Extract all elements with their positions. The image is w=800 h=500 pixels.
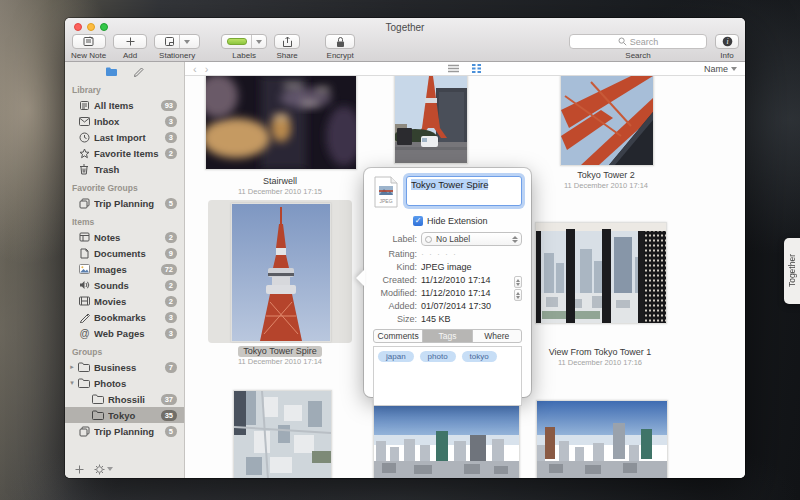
share-button[interactable]: Share — [274, 34, 300, 60]
section-header-items: Items — [65, 211, 184, 229]
sidebar-item-notes[interactable]: Notes 2 — [65, 229, 184, 245]
thumbnail-city-skyline-2[interactable] — [536, 400, 668, 478]
pencil-icon — [79, 312, 90, 323]
count-badge: 2 — [165, 280, 177, 291]
jpeg-file-icon: JPEG — [373, 176, 399, 208]
created-stepper[interactable] — [514, 276, 522, 288]
thumbnail-view-from-tokyo-tower-1[interactable] — [535, 222, 667, 324]
label-dropdown[interactable]: No Label — [421, 232, 522, 246]
back-button[interactable]: ‹ — [193, 64, 197, 74]
disclosure-collapsed-icon[interactable]: ▸ — [68, 363, 76, 371]
group-stack-icon — [79, 198, 90, 209]
app-window: Together New Note Add Stationery — [65, 18, 745, 478]
grid-view-icon[interactable] — [471, 64, 482, 73]
window-title: Together — [65, 18, 745, 33]
label-color-swatch — [227, 38, 247, 45]
tab-where[interactable]: Where — [472, 330, 521, 342]
sidebar-item-documents[interactable]: Documents 9 — [65, 245, 184, 261]
tag-pill[interactable]: photo — [420, 351, 456, 362]
stationery-button[interactable]: Stationery — [154, 34, 200, 60]
titlebar[interactable]: Together — [65, 18, 745, 33]
thumbnail-city-skyline-1[interactable] — [373, 400, 520, 478]
sidebar-item-photos[interactable]: ▾ Photos — [65, 375, 184, 391]
sidebar-item-business[interactable]: ▸ Business 7 — [65, 359, 184, 375]
count-badge: 9 — [165, 248, 177, 259]
list-view-icon[interactable] — [448, 64, 459, 73]
thumbnail-tokyo-tower-spire[interactable] — [231, 203, 331, 342]
sidebar-item-images[interactable]: Images 72 — [65, 261, 184, 277]
info-icon: i — [722, 36, 733, 47]
photo-tokyo-tower-2 — [561, 76, 653, 165]
folder-icon — [78, 378, 90, 388]
edit-pencil-icon[interactable] — [132, 66, 144, 77]
sidebar-item-all-items[interactable]: All Items 93 — [65, 97, 184, 113]
sidebar-item-last-import[interactable]: Last Import 3 — [65, 129, 184, 145]
chevron-down-icon — [731, 67, 737, 71]
sidebar-item-inbox[interactable]: Inbox 3 — [65, 113, 184, 129]
notes-icon — [79, 232, 90, 242]
all-items-icon — [79, 100, 90, 111]
tags-panel[interactable]: japan photo tokyo — [373, 346, 522, 406]
size-value: 145 KB — [421, 314, 451, 324]
add-group-icon[interactable] — [75, 465, 84, 474]
sort-dropdown[interactable]: Name — [704, 64, 737, 74]
filename-input[interactable]: Tokyo Tower Spire — [406, 176, 522, 206]
count-badge: 5 — [165, 426, 177, 437]
search-input[interactable]: Search — [569, 34, 707, 49]
close-button[interactable] — [74, 23, 82, 31]
folder-icon — [92, 410, 104, 420]
count-badge: 3 — [165, 116, 177, 127]
modified-stepper[interactable] — [514, 289, 522, 301]
info-button[interactable]: i Info — [715, 34, 739, 60]
sidebar-item-web-pages[interactable]: @ Web Pages 3 — [65, 325, 184, 341]
photo-tokyo-tower-street — [395, 76, 467, 163]
sidebar-item-rhossili[interactable]: Rhossili 37 — [65, 391, 184, 407]
speaker-icon — [79, 280, 90, 290]
folder-icon — [92, 394, 104, 404]
count-badge: 2 — [165, 296, 177, 307]
photo-tokyo-tower-spire — [232, 204, 330, 341]
folders-view-icon[interactable] — [105, 66, 118, 77]
sidebar-item-trash[interactable]: Trash — [65, 161, 184, 177]
encrypt-button[interactable]: Encrypt — [325, 34, 355, 60]
rating-control[interactable]: ····· — [421, 249, 461, 259]
sidebar-item-trip-planning-favorite[interactable]: Trip Planning 5 — [65, 195, 184, 211]
stationery-icon — [164, 36, 175, 47]
sidebar-item-favorite-items[interactable]: Favorite Items 2 — [65, 145, 184, 161]
chevron-down-icon — [256, 40, 262, 44]
gear-icon[interactable] — [94, 464, 105, 475]
add-button[interactable]: Add — [113, 34, 147, 60]
tag-pill[interactable]: japan — [378, 351, 414, 362]
film-icon — [79, 296, 90, 306]
modified-value: 11/12/2010 17:14 — [421, 288, 490, 298]
thumbnail-city-aerial[interactable] — [233, 390, 332, 478]
together-edge-tab[interactable]: Together — [784, 238, 800, 304]
window-chrome: Together New Note Add Stationery — [65, 18, 745, 62]
document-icon — [80, 248, 89, 259]
count-badge: 3 — [165, 132, 177, 143]
forward-button[interactable]: › — [205, 64, 209, 74]
disclosure-expanded-icon[interactable]: ▾ — [68, 379, 76, 387]
sidebar-item-tokyo[interactable]: Tokyo 35 — [65, 407, 184, 423]
sidebar-item-sounds[interactable]: Sounds 2 — [65, 277, 184, 293]
new-note-button[interactable]: New Note — [71, 34, 106, 60]
count-badge: 7 — [165, 362, 177, 373]
photo-city-aerial — [234, 391, 331, 478]
thumbnail-tokyo-tower-street[interactable] — [394, 76, 468, 164]
sidebar-item-movies[interactable]: Movies 2 — [65, 293, 184, 309]
hide-extension-checkbox[interactable]: ✓ Hide Extension — [413, 216, 522, 226]
caption-stairwell: Stairwell 11 December 2010 17:15 — [205, 176, 355, 197]
tag-pill[interactable]: tokyo — [462, 351, 497, 362]
caption-tokyo-tower-2: Tokyo Tower 2 11 December 2010 17:14 — [560, 170, 652, 191]
trash-icon — [79, 164, 89, 175]
tab-tags[interactable]: Tags — [422, 330, 471, 342]
sidebar-item-bookmarks[interactable]: Bookmarks 3 — [65, 309, 184, 325]
thumbnail-stairwell[interactable] — [205, 76, 357, 170]
no-label-swatch — [425, 236, 432, 243]
minimize-button[interactable] — [87, 23, 95, 31]
zoom-button[interactable] — [100, 23, 108, 31]
thumbnail-tokyo-tower-2[interactable] — [560, 76, 654, 166]
sidebar-item-trip-planning-group[interactable]: Trip Planning 5 — [65, 423, 184, 439]
labels-button[interactable]: Labels — [221, 34, 267, 60]
tab-comments[interactable]: Comments — [374, 330, 422, 342]
